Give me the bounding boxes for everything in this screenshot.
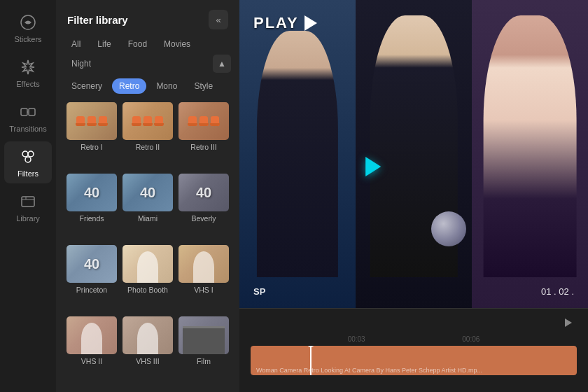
svg-point-4 bbox=[28, 151, 34, 157]
person-silhouette-icon bbox=[137, 323, 158, 354]
filter-item-retro2[interactable]: Retro II bbox=[120, 102, 175, 172]
filter-name-vhs3: VHS III bbox=[136, 357, 159, 365]
ruler-mark-2: 00:06 bbox=[462, 335, 479, 343]
filter-item-vhs1[interactable]: VHS I bbox=[176, 245, 231, 315]
timeline: 00:03 00:06 Woman Camera Retro Looking A… bbox=[239, 308, 588, 392]
filter-name-princeton: Princeton bbox=[76, 286, 107, 294]
filter-name-vhs1: VHS I bbox=[194, 286, 213, 294]
filter-thumb-friends: 40 bbox=[66, 174, 117, 211]
chevron-up-button[interactable]: ▲ bbox=[213, 55, 231, 73]
filter-thumb-beverly: 40 bbox=[178, 174, 229, 211]
sidebar-item-effects-label: Effects bbox=[16, 80, 39, 88]
filter-panel-header: Filter library « bbox=[56, 0, 239, 36]
filter-thumb-vhs1 bbox=[178, 245, 229, 283]
timeline-ruler: 00:03 00:06 bbox=[239, 335, 588, 343]
filter-item-friends[interactable]: 40Friends bbox=[64, 174, 119, 244]
svg-rect-1 bbox=[21, 108, 27, 115]
filter-thumb-vhs3 bbox=[122, 316, 173, 354]
tab-movies[interactable]: Movies bbox=[157, 36, 197, 52]
tab-scenery[interactable]: Scenery bbox=[64, 78, 109, 94]
svg-point-3 bbox=[22, 151, 28, 157]
sidebar-item-transitions[interactable]: Transitions bbox=[4, 97, 52, 139]
collapse-icon: « bbox=[216, 15, 220, 25]
library-icon bbox=[18, 192, 38, 211]
time-badge: 01 . 02 . bbox=[541, 286, 574, 297]
filter-thumb-vhs2 bbox=[66, 316, 117, 354]
sidebar-item-stickers[interactable]: Stickers bbox=[4, 7, 52, 49]
filter-thumb-retro2 bbox=[122, 102, 173, 140]
sign-40-icon: 40 bbox=[196, 185, 211, 201]
filter-thumb-miami: 40 bbox=[122, 174, 173, 211]
filter-panel: Filter library « All Life Food Movies Ni… bbox=[56, 0, 239, 392]
filter-item-film[interactable]: Film bbox=[176, 316, 231, 386]
person-silhouette-icon bbox=[137, 251, 158, 283]
filter-item-retro1[interactable]: Retro I bbox=[64, 102, 119, 172]
filter-item-photobooth[interactable]: Photo Booth bbox=[120, 245, 175, 315]
sidebar-item-stickers-label: Stickers bbox=[14, 35, 41, 43]
filters-icon bbox=[18, 147, 38, 167]
building-icon bbox=[183, 326, 225, 354]
cursor-pointer-icon bbox=[365, 157, 381, 176]
filter-tabs-row1: All Life Food Movies Night ▲ bbox=[56, 36, 239, 78]
filter-item-beverly[interactable]: 40Beverly bbox=[176, 174, 231, 244]
tab-mono[interactable]: Mono bbox=[149, 78, 184, 94]
figure-right bbox=[472, 0, 588, 308]
filter-thumb-retro1 bbox=[66, 102, 117, 140]
timeline-play-button[interactable] bbox=[560, 314, 577, 331]
timeline-play-icon bbox=[565, 318, 572, 327]
person-silhouette-icon bbox=[81, 323, 102, 354]
sidebar-item-transitions-label: Transitions bbox=[9, 125, 46, 133]
svg-point-5 bbox=[25, 157, 31, 162]
tab-all[interactable]: All bbox=[64, 36, 88, 52]
ruler-mark-1: 00:03 bbox=[348, 335, 365, 343]
play-overlay: PLAY bbox=[253, 14, 317, 32]
sidebar-item-effects[interactable]: Effects bbox=[4, 52, 52, 94]
filter-thumb-photobooth bbox=[122, 245, 173, 283]
tab-food[interactable]: Food bbox=[121, 36, 154, 52]
playhead bbox=[310, 346, 312, 375]
filter-thumb-princeton: 40 bbox=[66, 245, 117, 283]
filter-item-princeton[interactable]: 40Princeton bbox=[64, 245, 119, 315]
filter-item-miami[interactable]: 40Miami bbox=[120, 174, 175, 244]
sidebar-item-library[interactable]: Library bbox=[4, 186, 52, 228]
filter-thumb-film bbox=[178, 316, 229, 354]
sign-40-icon: 40 bbox=[84, 256, 99, 272]
video-preview: PLAY SP 01 . 02 . bbox=[239, 0, 588, 308]
filter-thumb-retro3 bbox=[178, 102, 229, 140]
track-label: Woman Camera Retro Looking At Camera By … bbox=[256, 367, 482, 374]
filter-panel-title: Filter library bbox=[67, 14, 128, 26]
effects-icon bbox=[18, 57, 38, 77]
filter-name-friends: Friends bbox=[79, 214, 104, 223]
sidebar-item-library-label: Library bbox=[16, 214, 40, 223]
tab-life[interactable]: Life bbox=[90, 36, 118, 52]
collapse-button[interactable]: « bbox=[209, 10, 228, 29]
figure-center bbox=[356, 0, 472, 308]
sign-40-icon: 40 bbox=[140, 185, 155, 201]
filter-name-retro2: Retro II bbox=[136, 143, 160, 151]
svg-rect-6 bbox=[22, 197, 34, 206]
stickers-icon bbox=[18, 13, 38, 32]
timeline-controls bbox=[239, 314, 588, 335]
filter-grid: Retro IRetro IIRetro III40Friends40Miami… bbox=[56, 99, 239, 392]
sidebar-item-filters[interactable]: Filters bbox=[4, 141, 52, 183]
sidebar-item-filters-label: Filters bbox=[18, 169, 38, 178]
tab-night[interactable]: Night bbox=[64, 56, 98, 71]
play-label: PLAY bbox=[253, 14, 299, 32]
filter-name-retro3: Retro III bbox=[190, 143, 216, 151]
filter-item-vhs3[interactable]: VHS III bbox=[120, 316, 175, 386]
sp-badge: SP bbox=[253, 286, 265, 297]
timeline-track[interactable]: Woman Camera Retro Looking At Camera By … bbox=[251, 346, 577, 375]
filter-tabs-row2: Scenery Retro Mono Style bbox=[56, 78, 239, 99]
filter-name-miami: Miami bbox=[138, 214, 158, 223]
svg-rect-2 bbox=[29, 108, 35, 115]
filter-name-film: Film bbox=[197, 357, 211, 365]
tab-retro[interactable]: Retro bbox=[112, 78, 146, 94]
sign-40-icon: 40 bbox=[84, 185, 99, 201]
person-silhouette-icon bbox=[193, 251, 214, 283]
filter-name-vhs2: VHS II bbox=[81, 357, 102, 365]
filter-item-retro3[interactable]: Retro III bbox=[176, 102, 231, 172]
filter-name-photobooth: Photo Booth bbox=[127, 286, 168, 294]
filter-item-vhs2[interactable]: VHS II bbox=[64, 316, 119, 386]
filter-name-retro1: Retro I bbox=[80, 143, 103, 151]
tab-style[interactable]: Style bbox=[187, 78, 220, 94]
